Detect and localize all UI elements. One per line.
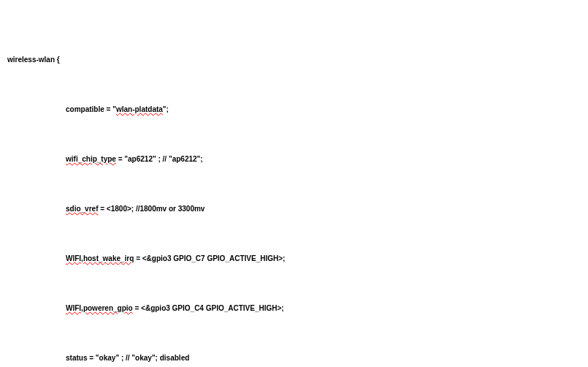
blank-line [7, 328, 581, 343]
blank-line [7, 179, 581, 194]
spell-underline: wifi_chip_type [66, 155, 116, 163]
spell-underline: WIFI,host_wake_irq [66, 254, 134, 262]
wlan-block-open: wireless-wlan { [7, 55, 581, 69]
blank-line [7, 129, 581, 144]
spell-underline: wlan-platdata [116, 105, 163, 113]
wlan-compatible-line: compatible = "wlan-platdata"; [7, 105, 581, 119]
text: wireless-wlan { [7, 56, 60, 64]
blank-line [7, 229, 581, 243]
wlan-status-line: status = "okay" ; // "okay"; disabled [7, 353, 581, 367]
spell-underline: sdio_vref [66, 205, 98, 213]
spell-underline: WIFI,poweren_gpio [66, 304, 133, 312]
device-tree-code: wireless-wlan { compatible = "wlan-platd… [7, 45, 581, 367]
wlan-sdio-vref-line: sdio_vref = <1800>; //1800mv or 3300mv [7, 204, 581, 219]
wlan-poweren-line: WIFI,poweren_gpio = <&gpio3 GPIO_C4 GPIO… [7, 303, 581, 318]
blank-line [7, 279, 581, 293]
wlan-chip-type-line: wifi_chip_type = "ap6212" ; // "ap6212"; [7, 154, 581, 169]
wlan-host-wake-line: WIFI,host_wake_irq = <&gpio3 GPIO_C7 GPI… [7, 254, 581, 268]
blank-line [7, 80, 581, 94]
